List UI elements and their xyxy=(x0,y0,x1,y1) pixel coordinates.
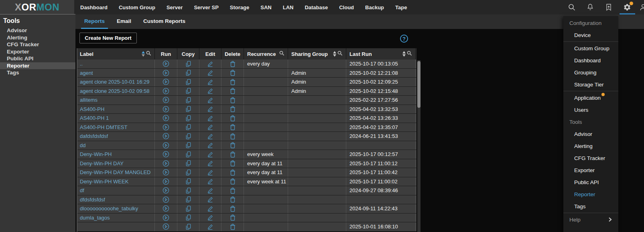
delete-report-button[interactable] xyxy=(221,150,244,159)
edit-report-button[interactable] xyxy=(199,195,221,204)
delete-report-button[interactable] xyxy=(221,105,244,114)
run-report-button[interactable] xyxy=(155,150,177,159)
delete-report-button[interactable] xyxy=(221,214,244,222)
column-header-sharing-group[interactable]: Sharing Group xyxy=(288,48,346,60)
column-search-icon[interactable] xyxy=(146,51,151,57)
delete-report-button[interactable] xyxy=(221,132,244,141)
copy-report-button[interactable] xyxy=(177,123,199,132)
delete-report-button[interactable] xyxy=(221,195,244,204)
report-label-link[interactable]: AS400-PH 1 xyxy=(77,114,155,123)
run-report-button[interactable] xyxy=(155,214,177,222)
edit-report-button[interactable] xyxy=(199,168,221,177)
run-report-button[interactable] xyxy=(155,132,177,141)
copy-report-button[interactable] xyxy=(177,177,199,186)
copy-report-button[interactable] xyxy=(177,60,199,68)
copy-report-button[interactable] xyxy=(177,222,199,231)
delete-report-button[interactable] xyxy=(221,204,244,213)
settings-gear-icon[interactable] xyxy=(623,3,631,11)
sidebar-item-tags[interactable]: Tags xyxy=(0,69,75,76)
copy-report-button[interactable] xyxy=(177,69,199,78)
delete-report-button[interactable] xyxy=(221,60,244,68)
edit-report-button[interactable] xyxy=(199,87,221,96)
nav-item-server[interactable]: Server xyxy=(167,4,183,10)
report-label-link[interactable]: .. xyxy=(77,60,155,68)
copy-report-button[interactable] xyxy=(177,214,199,222)
run-report-button[interactable] xyxy=(155,96,177,105)
copy-report-button[interactable] xyxy=(177,132,199,141)
run-report-button[interactable] xyxy=(155,222,177,231)
report-label-link[interactable]: AS400-PH xyxy=(77,105,155,114)
delete-report-button[interactable] xyxy=(221,168,244,177)
menu-item-dashboard[interactable]: Dashboard xyxy=(563,54,618,66)
delete-report-button[interactable] xyxy=(221,177,244,186)
tab-custom-reports[interactable]: Custom Reports xyxy=(140,14,189,29)
menu-item-device[interactable]: Device xyxy=(563,29,618,41)
copy-report-button[interactable] xyxy=(177,105,199,114)
edit-report-button[interactable] xyxy=(199,69,221,78)
run-report-button[interactable] xyxy=(155,168,177,177)
tab-email[interactable]: Email xyxy=(114,14,134,29)
menu-item-reporter[interactable]: Reporter xyxy=(563,188,618,200)
column-header-label[interactable]: Label xyxy=(77,48,155,60)
column-header-last-run[interactable]: Last Run xyxy=(346,48,416,60)
delete-report-button[interactable] xyxy=(221,87,244,96)
run-report-button[interactable] xyxy=(155,78,177,86)
edit-report-button[interactable] xyxy=(199,114,221,123)
sort-icon[interactable] xyxy=(402,51,406,57)
run-report-button[interactable] xyxy=(155,177,177,186)
menu-item-alerting[interactable]: Alerting xyxy=(563,140,618,152)
run-report-button[interactable] xyxy=(155,69,177,78)
sidebar-item-public-api[interactable]: Public API xyxy=(0,55,75,62)
tab-reports[interactable]: Reports xyxy=(81,14,108,29)
notifications-bell-icon[interactable] xyxy=(586,3,594,11)
menu-item-advisor[interactable]: Advisor xyxy=(563,128,618,140)
nav-item-server-sp[interactable]: Server SP xyxy=(194,4,218,10)
sidebar-item-exporter[interactable]: Exporter xyxy=(0,48,75,55)
delete-report-button[interactable] xyxy=(221,222,244,231)
edit-report-button[interactable] xyxy=(199,78,221,86)
menu-item-cfg-tracker[interactable]: CFG Tracker xyxy=(563,152,618,164)
delete-report-button[interactable] xyxy=(221,141,244,150)
report-label-link[interactable]: Deny-Win-PH DAY MANGLED xyxy=(77,168,155,177)
bookmarks-icon[interactable] xyxy=(605,3,613,11)
delete-report-button[interactable] xyxy=(221,186,244,195)
report-label-link[interactable]: agent clone 2025-10-02 09:58 xyxy=(77,87,155,96)
run-report-button[interactable] xyxy=(155,105,177,114)
menu-item-help[interactable]: Help xyxy=(563,214,618,226)
edit-report-button[interactable] xyxy=(199,204,221,213)
user-profile-icon[interactable] xyxy=(639,3,644,11)
edit-report-button[interactable] xyxy=(199,222,221,231)
sort-icon[interactable] xyxy=(142,51,145,57)
copy-report-button[interactable] xyxy=(177,159,199,168)
run-report-button[interactable] xyxy=(155,186,177,195)
column-search-icon[interactable] xyxy=(279,51,284,57)
sidebar-item-cfg-tracker[interactable]: CFG Tracker xyxy=(0,41,75,48)
help-icon[interactable]: ? xyxy=(400,35,408,43)
menu-item-grouping[interactable]: Grouping xyxy=(563,66,618,78)
copy-report-button[interactable] xyxy=(177,150,199,159)
edit-report-button[interactable] xyxy=(199,123,221,132)
menu-item-application[interactable]: Application xyxy=(563,92,618,104)
copy-report-button[interactable] xyxy=(177,114,199,123)
report-label-link[interactable]: df xyxy=(77,186,155,195)
delete-report-button[interactable] xyxy=(221,69,244,78)
app-logo[interactable]: XORMON xyxy=(0,0,74,14)
copy-report-button[interactable] xyxy=(177,78,199,86)
sidebar-item-advisor[interactable]: Advisor xyxy=(0,27,75,34)
column-search-icon[interactable] xyxy=(407,51,412,57)
report-label-link[interactable]: dd xyxy=(77,141,155,150)
menu-item-exporter[interactable]: Exporter xyxy=(563,164,618,176)
edit-report-button[interactable] xyxy=(199,159,221,168)
delete-report-button[interactable] xyxy=(221,123,244,132)
menu-item-storage-tier[interactable]: Storage Tier xyxy=(563,78,618,90)
edit-report-button[interactable] xyxy=(199,214,221,222)
edit-report-button[interactable] xyxy=(199,150,221,159)
report-label-link[interactable]: dfdsfdsfdsf xyxy=(77,195,155,204)
edit-report-button[interactable] xyxy=(199,96,221,105)
nav-item-storage[interactable]: Storage xyxy=(230,4,249,10)
edit-report-button[interactable] xyxy=(199,105,221,114)
run-report-button[interactable] xyxy=(155,204,177,213)
copy-report-button[interactable] xyxy=(177,96,199,105)
menu-item-custom-group[interactable]: Custom Group xyxy=(563,42,618,54)
nav-item-dashboard[interactable]: Dashboard xyxy=(80,4,108,10)
